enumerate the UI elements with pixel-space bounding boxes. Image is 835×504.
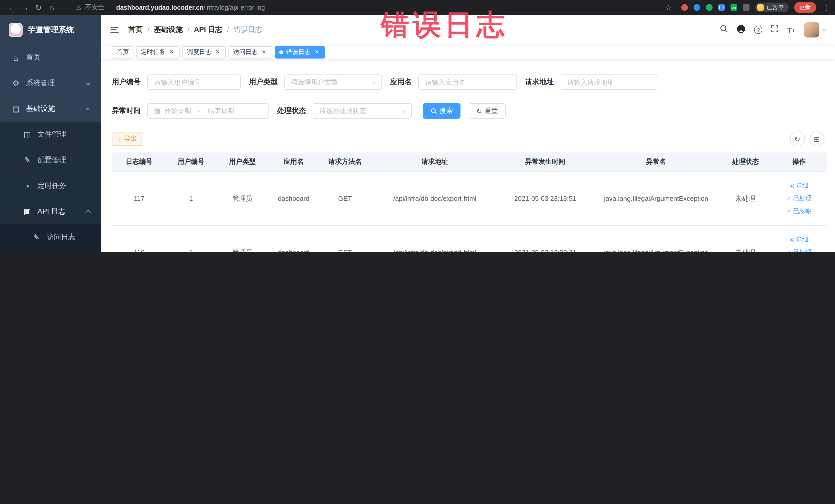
request-url-input[interactable]: [561, 75, 657, 90]
sidebar-item-系统管理[interactable]: ⚙系统管理: [0, 70, 101, 96]
sidebar-item-API 日志[interactable]: ▣API 日志: [0, 199, 101, 224]
extension-icon[interactable]: on: [730, 4, 737, 11]
close-icon[interactable]: ×: [260, 48, 267, 56]
search-icon[interactable]: [720, 25, 728, 35]
check-icon: ✓: [787, 195, 791, 202]
extension-icon[interactable]: [693, 4, 700, 11]
cell-method: GET: [318, 172, 372, 225]
bookmark-star-icon[interactable]: ☆: [662, 3, 675, 12]
cell-exception: java.lang.IllegalArgumentException: [592, 172, 720, 225]
user-id-label: 用户编号: [112, 78, 141, 87]
forward-icon[interactable]: →: [19, 3, 32, 12]
action-详细[interactable]: ◎详细: [790, 181, 808, 190]
search-button[interactable]: 搜索: [423, 103, 461, 119]
chevron-down-icon: [371, 79, 376, 84]
tab-错误日志[interactable]: 错误日志×: [274, 46, 325, 58]
edit-icon: ✎: [23, 156, 32, 165]
user-type-select[interactable]: 请选择用户类型: [284, 75, 382, 90]
cell-actions: ◎详细✓已处理✓已忽略: [771, 225, 827, 252]
hamburger-icon[interactable]: [109, 25, 120, 35]
close-icon[interactable]: ×: [168, 48, 175, 56]
table-toolbar: ↓ 导出 ↻ ⊞: [112, 132, 824, 146]
extension-icon[interactable]: [706, 4, 712, 11]
browser-menu-icon[interactable]: ⋮: [823, 3, 830, 12]
app-logo[interactable]: 芋道管理系统: [0, 15, 101, 45]
app-name-input[interactable]: [419, 75, 517, 90]
breadcrumb-item[interactable]: 基础设施: [154, 25, 183, 35]
tab-定时任务[interactable]: 定时任务×: [136, 46, 180, 58]
process-status-label: 处理状态: [277, 106, 306, 116]
cell-user_id: 1: [166, 172, 216, 225]
sync-paused-label: 已暂停: [767, 4, 784, 11]
refresh-button[interactable]: ↻: [790, 132, 805, 146]
action-已处理[interactable]: ✓已处理: [787, 194, 811, 203]
column-settings-button[interactable]: ⊞: [809, 132, 824, 146]
column-header: 用户类型: [216, 153, 269, 172]
sidebar-item-定时任务[interactable]: ◔定时任务: [0, 173, 101, 199]
cell-user_id: 1: [166, 225, 216, 252]
chevron-down-icon: [401, 108, 406, 113]
table-row: 1161管理员dashboardGET/api/infra/db-doc/exp…: [112, 225, 827, 252]
app-name-label: 应用名: [390, 78, 412, 87]
column-header: 应用名: [269, 153, 318, 172]
sidebar-item-label: 基础设施: [26, 104, 55, 114]
exception-time-range-picker[interactable]: ▦ 开始日期 - 结束日期: [147, 103, 269, 119]
tab-访问日志[interactable]: 访问日志×: [228, 46, 272, 58]
close-icon[interactable]: ×: [313, 48, 320, 56]
sidebar-item-首页[interactable]: ⌂首页: [0, 45, 101, 70]
cell-method: GET: [318, 225, 372, 252]
extensions-puzzle-icon[interactable]: [742, 4, 749, 11]
cell-status: 未处理: [720, 225, 771, 252]
help-icon[interactable]: ?: [754, 26, 762, 34]
breadcrumb-separator: /: [147, 26, 149, 34]
user-id-input[interactable]: [147, 75, 241, 90]
font-size-icon[interactable]: TT: [787, 26, 795, 33]
content: 用户编号 用户类型 请选择用户类型 应用名: [101, 60, 835, 252]
action-已处理[interactable]: ✓已处理: [787, 248, 811, 252]
fullscreen-icon[interactable]: [771, 25, 778, 35]
breadcrumb-item[interactable]: 首页: [128, 25, 143, 35]
reload-icon[interactable]: ↻: [32, 3, 45, 12]
exception-time-label: 异常时间: [112, 106, 141, 116]
tab-调度日志[interactable]: 调度日志×: [182, 46, 226, 58]
home-icon[interactable]: ⌂: [45, 3, 59, 12]
action-详细[interactable]: ◎详细: [790, 235, 808, 244]
process-status-select[interactable]: 请选择处理状态: [313, 103, 412, 119]
filter-user-type: 用户类型 请选择用户类型: [249, 75, 382, 90]
sidebar-item-错误日志[interactable]: ✎错误日志: [0, 250, 101, 252]
sidebar-item-label: 系统管理: [26, 79, 55, 88]
user-menu[interactable]: [804, 22, 826, 38]
sidebar-item-配置管理[interactable]: ✎配置管理: [0, 147, 101, 173]
cell-url: /api/infra/db-doc/export-html: [372, 172, 498, 225]
sidebar-item-文件管理[interactable]: ◫文件管理: [0, 122, 101, 147]
column-settings-icon: ⊞: [814, 135, 820, 143]
breadcrumb: 首页/基础设施/API 日志/错误日志: [128, 25, 262, 35]
cell-user_type: 管理员: [216, 172, 269, 225]
close-icon[interactable]: ×: [214, 48, 221, 56]
chevron-down-icon: [85, 80, 90, 85]
action-已忽略[interactable]: ✓已忽略: [787, 207, 811, 216]
profile-chip[interactable]: 已暂停: [755, 3, 788, 12]
sidebar-item-访问日志[interactable]: ✎访问日志: [0, 224, 101, 250]
browser-toolbar-right: ☆ ⋮⋮ on 已暂停 更新 ⋮: [662, 2, 830, 13]
app-logo-image: [9, 23, 23, 37]
back-icon[interactable]: ←: [5, 3, 19, 12]
extension-icon[interactable]: ⋮⋮: [718, 4, 725, 11]
reset-button[interactable]: ↻ 重置: [469, 103, 506, 119]
profile-avatar: [756, 4, 764, 11]
tab-首页[interactable]: 首页: [112, 46, 134, 58]
extension-icon[interactable]: [681, 4, 688, 11]
gear-icon: ⚙: [11, 79, 21, 88]
github-icon[interactable]: [737, 24, 746, 35]
breadcrumb-separator: /: [227, 26, 229, 34]
address-bar[interactable]: ⚠ 不安全 dashboard.yudao.iocoder.cn/infra/l…: [76, 3, 662, 12]
export-button[interactable]: ↓ 导出: [112, 132, 143, 146]
dashboard-icon: ⌂: [11, 53, 21, 62]
browser-update-button[interactable]: 更新: [794, 2, 816, 13]
filter-request-url: 请求地址: [525, 75, 657, 90]
sidebar-item-基础设施[interactable]: ▤基础设施: [0, 96, 101, 122]
cell-status: 未处理: [720, 172, 771, 225]
breadcrumb-item[interactable]: API 日志: [194, 25, 222, 35]
column-header: 请求地址: [372, 153, 498, 172]
breadcrumb-item: 错误日志: [233, 25, 262, 35]
